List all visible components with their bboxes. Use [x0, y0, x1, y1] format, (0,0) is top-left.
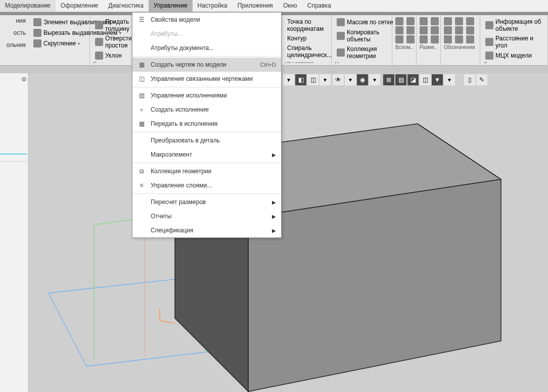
menubar: Моделирование Оформление Диагностика Упр… [0, 0, 548, 12]
copy-objects-button[interactable]: Копировать объекты [335, 28, 389, 44]
distance-button[interactable]: Расстояние и угол [483, 34, 544, 50]
transfer-icon: ▦ [138, 120, 146, 128]
ribbon-group-shell: Придать толщину Отверстие простое Уклон … [90, 15, 131, 65]
menu-macroelement[interactable]: Макроэлемент ▶ [132, 148, 281, 162]
info-icon [485, 21, 493, 29]
dim-icon-4[interactable] [431, 26, 439, 34]
properties-icon: ☰ [138, 16, 146, 24]
menu-transfer-variant[interactable]: ▦ Передать в исполнения [132, 117, 281, 131]
menu-recalc-dims[interactable]: Пересчет размеров ▶ [132, 195, 281, 209]
aux-icon-1[interactable] [395, 17, 403, 25]
menu-design[interactable]: Оформление [56, 0, 103, 12]
camera-icon[interactable]: ◉ [357, 74, 368, 85]
not-icon-8[interactable] [455, 35, 463, 43]
gear-icon[interactable]: ⚙ [21, 76, 26, 83]
menu-specification[interactable]: Спецификация ▶ [132, 223, 281, 237]
svg-line-6 [160, 321, 175, 323]
menu-convert-part[interactable]: Преобразовать в деталь [132, 133, 281, 148]
menu-settings[interactable]: Настройка [193, 0, 233, 12]
not-icon-3[interactable] [466, 17, 474, 25]
dim-icon-5[interactable] [420, 35, 428, 43]
tool-icon-b[interactable]: ▤ [395, 74, 406, 85]
thickness-icon [95, 21, 103, 29]
aux-icon-6[interactable] [406, 35, 415, 43]
dim-icon-1[interactable] [420, 17, 428, 25]
ribbon-group-aux: Вспом... [392, 15, 417, 65]
dim-icon-3[interactable] [420, 26, 428, 34]
spiral-button[interactable]: Спираль цилиндрическ... [285, 43, 328, 60]
cube-view-icon[interactable]: ◧ [295, 74, 306, 85]
submenu-arrow-icon: ▶ [272, 214, 276, 219]
hole-icon [95, 38, 103, 46]
panel-tab[interactable] [0, 154, 27, 162]
draft-button[interactable]: Уклон [93, 51, 128, 61]
hole-button[interactable]: Отверстие простое [93, 34, 128, 50]
not-icon-4[interactable] [444, 26, 452, 34]
menu-doc-attributes[interactable]: Атрибуты документа... [132, 41, 281, 55]
grid-array-button[interactable]: Массив по сетке▾ [335, 17, 389, 27]
visibility-icon[interactable]: 👁 [333, 74, 344, 85]
tool-dropdown-1[interactable]: ▾ [283, 74, 294, 85]
aux-icon-2[interactable] [406, 17, 415, 25]
ribbon-group-elements: Элемент выдавливания▾ Вырезать выдавлива… [28, 15, 90, 65]
menu-layers[interactable]: ≡ Управление слоями... [132, 178, 281, 192]
menu-model-properties[interactable]: ☰ Свойства модели [132, 13, 281, 27]
dim-icon-2[interactable] [431, 17, 439, 25]
tool-icon-d[interactable]: ◫ [420, 74, 431, 85]
menu-help[interactable]: Справка [302, 0, 336, 12]
ribbon-group-dims: Разме... [417, 15, 441, 65]
not-icon-1[interactable] [444, 17, 452, 25]
not-icon-7[interactable] [444, 35, 452, 43]
fillet-icon [33, 39, 41, 47]
distance-icon [485, 38, 493, 46]
dim-icon-6[interactable] [431, 35, 439, 43]
cut-extrude-button[interactable]: Вырезать выдавливанием▾ [31, 28, 86, 38]
thickness-button[interactable]: Придать толщину [93, 17, 128, 33]
menu-manage-variants[interactable]: ▤ Управление исполнениями [132, 88, 281, 103]
tool-dropdown-3[interactable]: ▾ [345, 74, 356, 85]
aux-icon-5[interactable] [395, 35, 403, 43]
aux-icon-3[interactable] [395, 26, 403, 34]
submenu-arrow-icon: ▶ [272, 200, 276, 205]
menu-window[interactable]: Окно [278, 0, 302, 12]
mass-icon [485, 52, 493, 60]
contour-button[interactable]: Контур [285, 34, 328, 43]
not-icon-6[interactable] [466, 26, 474, 34]
submenu-arrow-icon: ▶ [272, 152, 276, 158]
fillet-button[interactable]: Скругление▾ [31, 38, 86, 48]
extrude-button[interactable]: Элемент выдавливания▾ [31, 17, 86, 27]
tool-icon-a[interactable]: ⊞ [383, 74, 394, 85]
info-button[interactable]: Информация об объекте [483, 17, 544, 33]
measure-icon[interactable]: ▯ [464, 74, 475, 85]
collection-button[interactable]: Коллекция геометрии [335, 44, 389, 61]
aux-icon-4[interactable] [406, 26, 415, 34]
point-coords-button[interactable]: Точка по координатам [285, 17, 328, 33]
not-icon-2[interactable] [455, 17, 463, 25]
menu-linked-drawings[interactable]: ◫ Управление связанными чертежами [132, 72, 281, 86]
not-icon-5[interactable] [455, 26, 463, 34]
tool-dropdown-5[interactable]: ▾ [444, 74, 455, 85]
filter-icon[interactable]: ▼ [432, 74, 443, 85]
menu-reports[interactable]: Отчеты ▶ [132, 209, 281, 223]
menu-applications[interactable]: Приложения [233, 0, 278, 12]
menu-create-drawing[interactable]: ▦ Создать чертеж по модели Ctrl+D [132, 58, 281, 72]
tool-dropdown-2[interactable]: ▾ [319, 74, 331, 85]
menu-create-variant[interactable]: ＋ Создать исполнение [132, 103, 281, 117]
menu-geometry-collection[interactable]: ⧉ Коллекция геометрии [132, 164, 281, 178]
view-toolbar-1: ▾ ◧ ◫ ▾ [283, 74, 331, 86]
mass-button[interactable]: МЦХ модели [483, 51, 544, 61]
view-toolbar-4: ▯ ✎ [464, 74, 487, 86]
3d-viewport[interactable] [28, 73, 548, 392]
not-icon-9[interactable] [466, 35, 474, 43]
menu-management[interactable]: Управление [149, 0, 193, 12]
eyedropper-icon[interactable]: ✎ [476, 74, 487, 85]
menu-modeling[interactable]: Моделирование [0, 0, 56, 12]
variants-icon: ▤ [138, 91, 146, 100]
menu-diagnostics[interactable]: Диагностика [103, 0, 149, 12]
tool-icon-c[interactable]: ◪ [407, 74, 419, 85]
linked-icon: ◫ [138, 75, 146, 83]
cube-wireframe-icon[interactable]: ◫ [307, 74, 318, 85]
ribbon-group-diag: Информация об объекте Расстояние и угол … [480, 15, 548, 65]
tool-dropdown-4[interactable]: ▾ [369, 74, 380, 85]
collection-icon: ⧉ [138, 167, 146, 175]
